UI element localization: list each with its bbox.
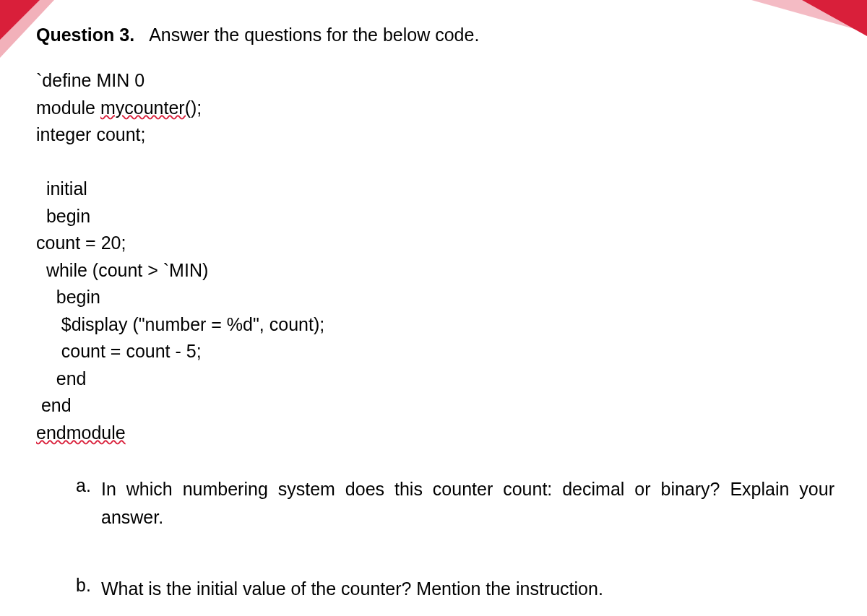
code-line [36,149,834,176]
code-line: initial [36,175,834,203]
code-line: begin [36,284,834,311]
sub-question-a: a. In which numbering system does this c… [76,475,834,532]
sub-questions: a. In which numbering system does this c… [36,475,834,602]
sub-question-text: What is the initial value of the counter… [101,575,834,603]
spellcheck-underline: mycounter( [100,97,191,118]
code-line: end [36,392,834,420]
question-header: Question 3.Answer the questions for the … [36,25,834,45]
code-line: integer count; [36,121,834,149]
code-line: $display ("number = %d", count); [36,311,834,339]
code-line: while (count > `MIN) [36,257,834,285]
code-line: begin [36,203,834,230]
sub-question-text: In which numbering system does this coun… [101,475,834,532]
code-text: module [36,97,100,118]
document-page: Question 3.Answer the questions for the … [0,0,867,616]
question-label: Question 3. [36,25,134,45]
code-line: end [36,365,834,393]
sub-question-b: b. What is the initial value of the coun… [76,575,834,603]
spellcheck-underline: endmodule [36,422,126,443]
code-line: count = count - 5; [36,338,834,365]
code-block: `define MIN 0 module mycounter(); intege… [36,67,834,446]
code-text: ); [191,97,202,118]
code-line: count = 20; [36,230,834,257]
sub-question-marker: a. [76,475,101,532]
code-line: `define MIN 0 [36,67,834,95]
code-line: module mycounter(); [36,95,834,122]
code-line: endmodule [36,420,834,447]
question-prompt: Answer the questions for the below code. [149,25,479,45]
sub-question-marker: b. [76,575,101,603]
